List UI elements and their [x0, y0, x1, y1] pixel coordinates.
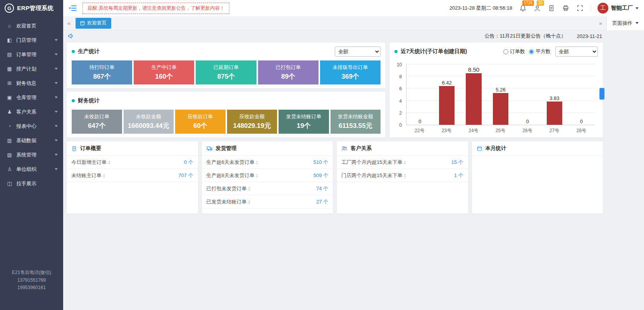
stat-tile-in-production[interactable]: 生产中订单 160个	[134, 60, 194, 84]
tab-welcome-home[interactable]: 欢迎首页	[76, 18, 111, 29]
user-messages-button[interactable]: 20	[533, 4, 541, 12]
stat-tile-unpaid-amount[interactable]: 未收款金额 1660093.44元	[124, 110, 174, 134]
bar-value-label: 5.26	[496, 87, 505, 93]
y-tick-label: 2	[399, 110, 402, 116]
chevron-down-icon	[55, 140, 58, 141]
chart-grid: 06.428.505.2603.830	[406, 64, 595, 125]
sidebar-item-org-units[interactable]: ♙ 单位组织	[0, 162, 63, 176]
datetime: 2023-11-28 星期二 08:56:18	[449, 5, 512, 12]
tabs-scroll-right-button[interactable]: »	[595, 20, 606, 26]
bullet-icon	[72, 99, 75, 102]
report-icon: ◔	[6, 123, 13, 129]
sidebar-item-handle-display[interactable]: ◫ 拉手展示	[0, 176, 63, 191]
finance-icon: ⊞	[6, 80, 13, 86]
summary-row: 生产超6天未发货订单： 510 个	[202, 156, 333, 169]
page-operations-button[interactable]: 页面操作	[606, 16, 644, 30]
chart-bar	[439, 86, 455, 125]
radio-order-count-input[interactable]	[503, 49, 508, 54]
stat-tile-packed[interactable]: 已打包订单 89个	[258, 60, 319, 84]
sidebar-toggle-button[interactable]	[69, 5, 77, 12]
stat-tile-receivable-orders[interactable]: 应收款订单 60个	[175, 110, 226, 134]
sidebar-item-production-plan[interactable]: ▦ 排产计划	[0, 62, 63, 76]
announcement-date: 2023-11-21	[577, 33, 602, 39]
bar-value-label: 6.42	[442, 80, 451, 86]
bar-value-label: 3.83	[549, 95, 559, 101]
summary-value-link[interactable]: 15 个	[451, 159, 463, 166]
sidebar-footer: E21售后电话(微信) 13791551769 19953960161	[0, 269, 63, 291]
sidebar-item-label: 订单管理	[16, 51, 36, 58]
sidebar-item-store-mgmt[interactable]: ◧ 门店管理	[0, 33, 63, 47]
app-logo: G ERP管理系统	[0, 0, 63, 16]
sidebar-item-label: 系统管理	[16, 152, 36, 158]
support-phone-1: 13791551769	[0, 277, 63, 284]
stat-tile-to-print[interactable]: 待打印订单 867个	[72, 60, 132, 84]
x-tick-label: 25号	[487, 126, 514, 134]
shipping-management-title: 发货管理	[216, 145, 237, 152]
x-tick-label: 22号	[406, 126, 433, 134]
summary-value-link[interactable]: 509 个	[313, 172, 328, 179]
sidebar-item-base-data[interactable]: ▥ 基础数据	[0, 133, 63, 148]
support-phone-label: E21售后电话(微信)	[0, 269, 63, 276]
bar-value-label: 0	[526, 119, 529, 124]
summary-value-link[interactable]: 0 个	[184, 159, 193, 166]
sidebar: G ERP管理系统 ⌂ 欢迎首页 ◧ 门店管理 ▤ 订单管理 ▦ 排产计划	[0, 0, 63, 310]
radio-order-count[interactable]: 订单数	[503, 48, 525, 55]
tabs-scroll-left-button[interactable]: «	[63, 20, 75, 26]
stat-tile-shipped-unsettled-amount[interactable]: 发货未结账金额 61153.55元	[331, 110, 381, 134]
app-title: ERP管理系统	[17, 5, 53, 12]
org-icon: ♙	[6, 166, 13, 172]
summary-value-link[interactable]: 707 个	[178, 172, 193, 179]
radio-square-meters-input[interactable]	[529, 49, 534, 54]
print-button[interactable]	[562, 4, 570, 12]
customer-relations-title: 客户关系	[351, 145, 372, 152]
logo-icon: G	[5, 3, 14, 13]
summary-value-link[interactable]: 1 个	[454, 172, 463, 179]
system-notice: 提醒:系统每周定期更新，请注意查阅更新公告，了解更新内容！	[83, 3, 229, 14]
tab-label: 欢迎首页	[87, 20, 107, 26]
summary-row: 工厂两个月内超15天未下单： 15 个	[337, 156, 468, 169]
stat-tile-delayed[interactable]: 已延期订单 875个	[196, 60, 256, 84]
chart-bar	[493, 93, 508, 125]
chart-bar-slot: 0	[514, 64, 541, 125]
sidebar-item-order-mgmt[interactable]: ▤ 订单管理	[0, 47, 63, 62]
stat-tile-unexported[interactable]: 未排版导出订单 369个	[320, 60, 381, 84]
announcement-text[interactable]: 公告：11月21日更新公告（晚十点）	[484, 33, 566, 40]
float-handle[interactable]	[599, 88, 604, 100]
sidebar-item-label: 报表中心	[16, 123, 36, 130]
sidebar-item-customer-relations[interactable]: ♟ 客户关系	[0, 105, 63, 119]
display-icon: ◫	[6, 181, 13, 186]
divider	[591, 5, 591, 12]
production-stats-card: 生产统计 全部 待打印订单 867个	[67, 43, 386, 88]
chart-filter-select[interactable]: 全部	[555, 46, 598, 57]
radio-square-meters[interactable]: 平方数	[529, 48, 551, 55]
calendar-icon	[477, 146, 482, 152]
chevron-down-icon	[55, 111, 58, 113]
sidebar-item-home[interactable]: ⌂ 欢迎首页	[0, 19, 63, 33]
chart-bar-slot: 8.50	[460, 64, 487, 125]
sidebar-item-report-center[interactable]: ◔ 报表中心	[0, 119, 63, 133]
sidebar-item-warehouse-mgmt[interactable]: ▣ 仓库管理	[0, 90, 63, 105]
sidebar-item-label: 门店管理	[16, 37, 36, 44]
summary-value-link[interactable]: 74 个	[316, 185, 328, 192]
summary-row: 今日新增主订单： 0 个	[67, 156, 198, 169]
notification-bell-button[interactable]: 1726	[519, 4, 527, 12]
chart-title: 近7天统计(子订单创建日期)	[401, 48, 467, 55]
stat-tile-receivable-amount[interactable]: 应收款金额 148029.19元	[227, 110, 277, 134]
document-button[interactable]	[548, 4, 555, 12]
order-summary-title: 订单概要	[80, 145, 101, 152]
sidebar-item-finance-info[interactable]: ⊞ 财务信息	[0, 76, 63, 90]
summary-value-link[interactable]: 27 个	[316, 198, 328, 205]
summary-value-link[interactable]: 510 个	[313, 159, 328, 166]
sidebar-item-system-mgmt[interactable]: ▧ 系统管理	[0, 148, 63, 162]
bar-value-label: 0	[580, 119, 583, 124]
user-menu[interactable]: 工 智能工厂	[598, 3, 639, 14]
fullscreen-button[interactable]	[576, 4, 584, 12]
stat-tile-shipped-unsettled-orders[interactable]: 发货未结账订单 19个	[279, 110, 329, 134]
schedule-icon: ▦	[6, 66, 13, 72]
home-icon: ⌂	[6, 23, 13, 29]
production-filter-select[interactable]: 全部	[335, 46, 381, 57]
sidebar-item-label: 拉手展示	[16, 180, 36, 187]
stat-tile-unpaid-orders[interactable]: 未收款订单 647个	[72, 110, 122, 134]
y-tick-label: 6	[399, 86, 402, 91]
announcement-bar: 公告：11月21日更新公告（晚十点） 2023-11-21	[67, 31, 603, 41]
